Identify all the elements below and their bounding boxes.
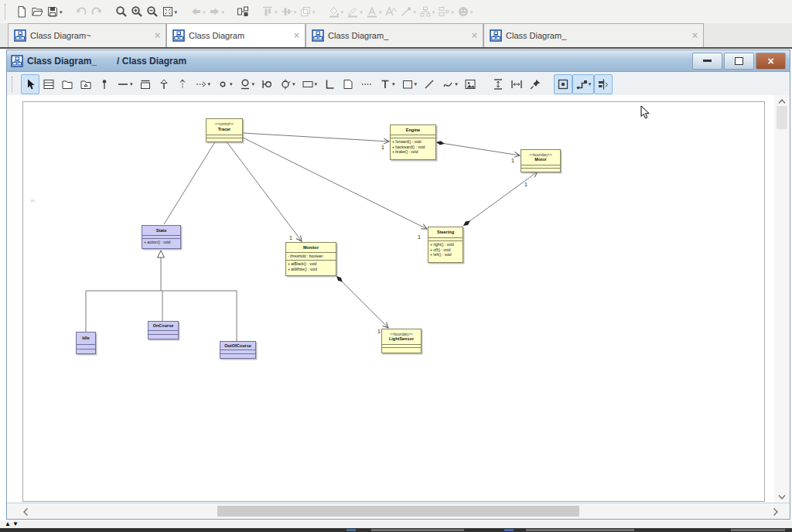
- uml-class-oncourse[interactable]: OnCourse: [148, 321, 179, 339]
- vertical-scrollbar[interactable]: [774, 95, 790, 503]
- text-button[interactable]: ▾: [376, 74, 398, 94]
- diagram-window: Class Diagram_/ Class Diagram × ▾▾▾▾▾▾▾▾…: [6, 49, 790, 520]
- fit-to-window-button[interactable]: ▾: [160, 2, 179, 22]
- image-button[interactable]: [461, 74, 480, 94]
- class-name: LightSensor: [389, 336, 414, 342]
- pin-button[interactable]: [526, 74, 544, 94]
- tab-close-icon[interactable]: ×: [472, 30, 477, 41]
- splitter-down-icon[interactable]: ▼: [12, 521, 19, 527]
- class-name: Engine: [406, 128, 420, 133]
- zoom-in-button[interactable]: [129, 2, 145, 22]
- vertical-scroll-thumb[interactable]: [777, 106, 787, 129]
- dropdown-arrow-icon: ▾: [432, 9, 435, 15]
- scroll-up-icon[interactable]: [777, 98, 787, 104]
- uml-class-monitor[interactable]: Monitor- threshold : boolean+ atBlack() …: [285, 242, 336, 276]
- anchor-button[interactable]: [95, 74, 114, 94]
- line-button[interactable]: [420, 74, 439, 94]
- palette-gripper[interactable]: [12, 77, 15, 92]
- interface-button[interactable]: ▾: [236, 74, 258, 94]
- window-title-bar[interactable]: Class Diagram_/ Class Diagram ×: [7, 50, 790, 72]
- uml-class-state[interactable]: State+ action() : void: [142, 225, 181, 249]
- minimize-icon: [703, 60, 712, 62]
- close-button[interactable]: ×: [756, 53, 786, 70]
- required-interface-button[interactable]: [258, 74, 276, 94]
- dropdown-arrow-icon: ▾: [413, 9, 416, 15]
- uml-class-tracer[interactable]: <<control>>Tracer: [206, 118, 243, 142]
- toolbar-gripper[interactable]: [5, 4, 9, 19]
- class-diagram-icon: [490, 29, 502, 42]
- operations-compartment: [382, 347, 421, 353]
- minimize-button[interactable]: [692, 53, 722, 70]
- class-button[interactable]: [39, 74, 58, 94]
- tab-label: Class Diagram_: [328, 31, 388, 40]
- vertical-spacing-button[interactable]: [489, 74, 507, 94]
- scroll-down-icon[interactable]: [777, 494, 787, 500]
- align-middle-button: ▾: [279, 2, 299, 22]
- select-button[interactable]: [21, 74, 39, 94]
- operation: + off() : void: [430, 247, 461, 253]
- tab-label: Class Diagram~: [30, 31, 91, 40]
- open-file-button[interactable]: [29, 2, 45, 22]
- zoom-out-button[interactable]: [145, 2, 160, 22]
- frame-button[interactable]: ▾: [299, 74, 321, 94]
- connector-routing-button[interactable]: ▾: [572, 74, 595, 94]
- scroll-left-icon[interactable]: [22, 507, 29, 517]
- horizontal-scrollbar[interactable]: [7, 503, 790, 519]
- connector-node-button: ▾: [398, 2, 418, 22]
- tab-2[interactable]: Class Diagram×: [166, 23, 306, 47]
- association-button[interactable]: ▾: [114, 74, 136, 94]
- operations-compartment: [148, 334, 178, 339]
- model-button[interactable]: [77, 74, 95, 94]
- restore-icon: [735, 57, 743, 65]
- containment-button[interactable]: [136, 74, 155, 94]
- uml-class-steering[interactable]: Steering+ right() : void+ off() : void+ …: [428, 227, 463, 263]
- curve-button[interactable]: ▾: [439, 74, 461, 94]
- package-button[interactable]: [58, 74, 77, 94]
- uml-class-outofcourse[interactable]: OutOfCourse: [220, 341, 256, 359]
- uml-class-idle[interactable]: Idle: [76, 332, 96, 354]
- restore-button[interactable]: [724, 53, 754, 70]
- uml-class-motor[interactable]: <<boundary>>Motor: [521, 149, 561, 172]
- class-name: Tracer: [218, 127, 231, 132]
- horizontal-spacing-button[interactable]: [507, 74, 526, 94]
- dependency-button[interactable]: [173, 74, 192, 94]
- tab-close-icon[interactable]: ×: [692, 30, 698, 41]
- bring-forward-button: ▾: [298, 2, 317, 22]
- operation: + action() : void: [144, 240, 179, 245]
- navigate-forward-button: ▾: [207, 2, 227, 22]
- scroll-right-icon[interactable]: [773, 507, 779, 517]
- operations-compartment: + forward() : void+ backward() : void+ b…: [391, 138, 435, 159]
- diagram-tool-palette: ▾▾▾▾▾▾▾▾▾▾: [7, 72, 790, 97]
- tab-close-icon[interactable]: ×: [294, 30, 299, 41]
- corner-connector-button[interactable]: [320, 74, 339, 94]
- rectangle-button[interactable]: ▾: [398, 74, 421, 94]
- enumeration-button[interactable]: ▾: [213, 74, 236, 94]
- diagram-sheet[interactable]: [22, 101, 765, 502]
- note-link-button[interactable]: [357, 74, 376, 94]
- tab-1[interactable]: Class Diagram~×: [8, 23, 166, 47]
- dropdown-arrow-icon: ▾: [208, 81, 211, 87]
- taskbar-item: [371, 529, 464, 531]
- dropdown-arrow-icon: ▾: [392, 81, 395, 87]
- taskbar-item-icon: [504, 529, 514, 531]
- grid-snap-button[interactable]: [554, 74, 572, 94]
- new-file-button[interactable]: [14, 2, 29, 22]
- tab-3[interactable]: Class Diagram_×: [306, 23, 483, 47]
- horizontal-scroll-thumb[interactable]: [217, 506, 579, 517]
- auto-align-button[interactable]: [594, 74, 613, 94]
- zoom-button[interactable]: [114, 2, 129, 22]
- class-name: Motor: [534, 157, 546, 162]
- generalization-button[interactable]: [155, 74, 173, 94]
- diagram-canvas[interactable]: m, 111111<<control>>TracerEngine+ forwar…: [7, 95, 790, 503]
- diagram-overview-button[interactable]: [235, 2, 251, 22]
- port-button[interactable]: ▾: [276, 74, 299, 94]
- uml-class-lightsensor[interactable]: <<boundary>>LightSensor: [381, 329, 422, 353]
- note-button[interactable]: [339, 74, 357, 94]
- tab-4[interactable]: Class Diagram_×: [483, 23, 704, 47]
- tab-close-icon[interactable]: ×: [155, 30, 160, 41]
- splitter-up-icon[interactable]: ▲: [5, 521, 11, 527]
- directed-dependency-button[interactable]: ▾: [192, 74, 214, 94]
- operation: + right() : void: [430, 242, 461, 247]
- save-button[interactable]: ▾: [45, 2, 64, 22]
- uml-class-engine[interactable]: Engine+ forward() : void+ backward() : v…: [390, 124, 436, 160]
